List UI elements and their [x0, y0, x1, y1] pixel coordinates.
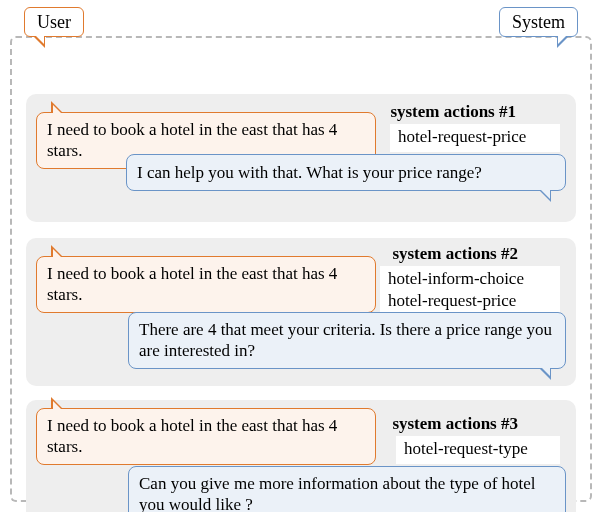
system-action-item: hotel-request-price: [388, 290, 552, 312]
system-actions-title: system actions #3: [392, 414, 518, 434]
dialogue-turn: I need to book a hotel in the east that …: [26, 238, 576, 386]
user-role-label: User: [37, 12, 71, 33]
system-actions-box: hotel-request-type: [396, 436, 560, 464]
dialogue-turn: I need to book a hotel in the east that …: [26, 400, 576, 512]
system-role-tag: System: [499, 7, 578, 37]
bubble-tail: [558, 35, 567, 44]
system-utterance-bubble: There are 4 that meet your criteria. Is …: [128, 312, 566, 369]
system-action-item: hotel-inform-choice: [388, 268, 552, 290]
system-actions-title: system actions #1: [390, 102, 516, 122]
system-utterance-text: There are 4 that meet your criteria. Is …: [139, 320, 552, 360]
system-actions-box: hotel-request-price: [390, 124, 560, 152]
system-actions-title: system actions #2: [392, 244, 518, 264]
system-actions-box: hotel-inform-choice hotel-request-price: [380, 266, 560, 316]
system-action-item: hotel-request-price: [398, 126, 552, 148]
dialogue-container: I need to book a hotel in the east that …: [10, 36, 592, 502]
user-utterance-text: I need to book a hotel in the east that …: [47, 416, 337, 456]
bubble-tail: [53, 249, 62, 258]
system-utterance-text: I can help you with that. What is your p…: [137, 163, 482, 182]
user-utterance-bubble: I need to book a hotel in the east that …: [36, 256, 376, 313]
system-action-item: hotel-request-type: [404, 438, 552, 460]
bubble-tail: [35, 35, 44, 44]
bubble-tail: [541, 367, 550, 376]
system-utterance-bubble: I can help you with that. What is your p…: [126, 154, 566, 191]
user-role-tag: User: [24, 7, 84, 37]
system-utterance-text: Can you give me more information about t…: [139, 474, 536, 512]
system-role-label: System: [512, 12, 565, 33]
user-utterance-bubble: I need to book a hotel in the east that …: [36, 408, 376, 465]
bubble-tail: [53, 401, 62, 410]
bubble-tail: [541, 190, 550, 199]
user-utterance-text: I need to book a hotel in the east that …: [47, 264, 337, 304]
bubble-tail: [53, 105, 62, 114]
dialogue-turn: I need to book a hotel in the east that …: [26, 94, 576, 222]
system-utterance-bubble: Can you give me more information about t…: [128, 466, 566, 512]
